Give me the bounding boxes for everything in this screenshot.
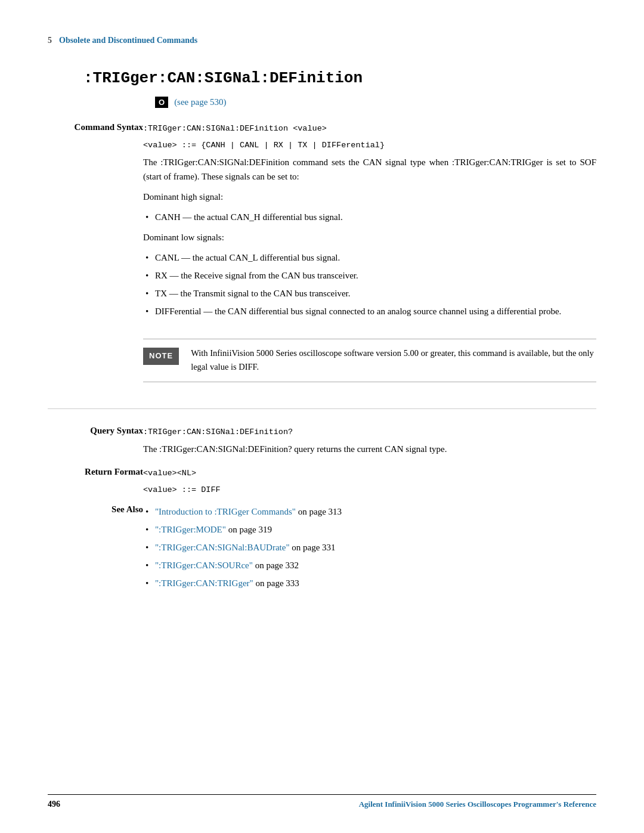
command-syntax-content: :TRIGger:CAN:SIGNal:DEFinition <value> <…: [143, 120, 596, 327]
query-line-1: :TRIGger:CAN:SIGNal:DEFinition?: [143, 426, 596, 439]
see-also-link-3[interactable]: ":TRIGger:CAN:SOURce": [155, 561, 253, 570]
see-also-link-0[interactable]: "Introduction to :TRIGger Commands": [155, 507, 296, 516]
query-syntax-label: Query Syntax: [48, 423, 143, 465]
see-also-link-2[interactable]: ":TRIGger:CAN:SIGNal:BAUDrate": [155, 543, 290, 552]
list-item: "Introduction to :TRIGger Commands" on p…: [143, 504, 596, 519]
page: 5 Obsolete and Discontinued Commands :TR…: [0, 0, 644, 833]
see-also-label: See Also: [48, 502, 143, 596]
spacer-row: [48, 394, 596, 423]
list-item: DIFFerential — the CAN differential bus …: [143, 304, 596, 318]
list-item: RX — the Receive signal from the CAN bus…: [143, 268, 596, 283]
see-also-suffix-1: on page 319: [226, 525, 272, 534]
dominant-low-label: Dominant low signals:: [143, 230, 596, 244]
list-item: ":TRIGger:CAN:TRIGger" on page 333: [143, 576, 596, 590]
divider: [48, 408, 596, 409]
see-also-suffix-2: on page 331: [290, 543, 336, 552]
see-also-suffix-3: on page 332: [253, 561, 299, 570]
dominant-low-list: CANL — the actual CAN_L differential bus…: [143, 250, 596, 318]
return-format-row: Return Format <value><NL> <value> ::= DI…: [48, 465, 596, 502]
see-also-content: "Introduction to :TRIGger Commands" on p…: [143, 502, 596, 596]
see-also-list: "Introduction to :TRIGger Commands" on p…: [143, 504, 596, 590]
see-also-row: See Also "Introduction to :TRIGger Comma…: [48, 502, 596, 596]
query-description: The :TRIGger:CAN:SIGNal:DEFinition? quer…: [143, 442, 596, 456]
list-item: ":TRIGger:CAN:SOURce" on page 332: [143, 558, 596, 572]
note-row: NOTE With InfiniiVision 5000 Series osci…: [48, 327, 596, 394]
syntax-line-2: <value> ::= {CANH | CANL | RX | TX | DIF…: [143, 139, 596, 152]
syntax-line-1: :TRIGger:CAN:SIGNal:DEFinition <value>: [143, 122, 596, 135]
see-page-link[interactable]: 530: [210, 97, 224, 107]
list-item: TX — the Transmit signal to the CAN bus …: [143, 286, 596, 301]
dominant-high-label: Dominant high signal:: [143, 190, 596, 204]
note-badge: NOTE: [143, 348, 179, 365]
note-block: NOTE With InfiniiVision 5000 Series osci…: [143, 339, 596, 382]
list-item: ":TRIGger:CAN:SIGNal:BAUDrate" on page 3…: [143, 540, 596, 555]
obsolete-badge: O: [155, 97, 168, 108]
query-syntax-content: :TRIGger:CAN:SIGNal:DEFinition? The :TRI…: [143, 423, 596, 465]
command-syntax-label: Command Syntax: [48, 120, 143, 327]
list-item: CANH — the actual CAN_H differential bus…: [143, 210, 596, 224]
query-syntax-row: Query Syntax :TRIGger:CAN:SIGNal:DEFinit…: [48, 423, 596, 465]
see-also-link-1[interactable]: ":TRIGger:MODE": [155, 525, 226, 534]
see-also-suffix-4: on page 333: [253, 578, 299, 588]
chapter-header: 5 Obsolete and Discontinued Commands: [48, 36, 596, 45]
content-table: Command Syntax :TRIGger:CAN:SIGNal:DEFin…: [48, 120, 596, 596]
note-text: With InfiniiVision 5000 Series oscillosc…: [191, 346, 596, 374]
obsolete-row: O (see page 530): [155, 97, 596, 108]
footer-title: Agilent InfiniiVision 5000 Series Oscill…: [359, 800, 596, 809]
return-format-label: Return Format: [48, 465, 143, 502]
return-line-2: <value> ::= DIFF: [143, 484, 596, 497]
list-item: CANL — the actual CAN_L differential bus…: [143, 250, 596, 265]
page-footer: 496 Agilent InfiniiVision 5000 Series Os…: [48, 794, 596, 809]
list-item: ":TRIGger:MODE" on page 319: [143, 522, 596, 537]
see-also-link-4[interactable]: ":TRIGger:CAN:TRIGger": [155, 578, 253, 588]
return-format-content: <value><NL> <value> ::= DIFF: [143, 465, 596, 502]
command-heading: :TRIGger:CAN:SIGNal:DEFinition: [83, 69, 596, 87]
see-page-text: (see page 530): [174, 97, 226, 107]
command-syntax-row: Command Syntax :TRIGger:CAN:SIGNal:DEFin…: [48, 120, 596, 327]
return-line-1: <value><NL>: [143, 467, 596, 480]
chapter-number: 5: [48, 36, 52, 45]
syntax-description: The :TRIGger:CAN:SIGNal:DEFinition comma…: [143, 155, 596, 184]
see-also-suffix-0: on page 313: [296, 507, 342, 516]
chapter-title: Obsolete and Discontinued Commands: [59, 36, 197, 45]
footer-page-number: 496: [48, 800, 60, 809]
dominant-high-list: CANH — the actual CAN_H differential bus…: [143, 210, 596, 224]
